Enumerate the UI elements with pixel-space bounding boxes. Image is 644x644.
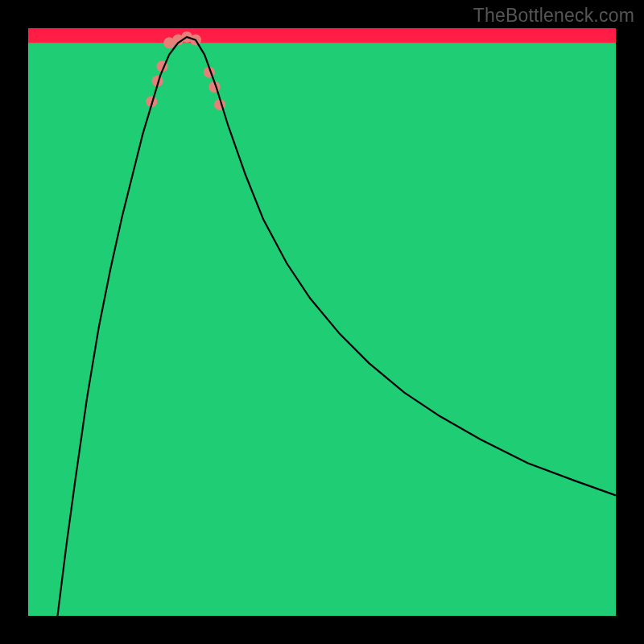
chart-svg	[28, 28, 616, 616]
watermark-text: TheBottleneck.com	[473, 5, 634, 27]
chart-frame: TheBottleneck.com	[0, 0, 644, 644]
green-band	[28, 43, 616, 616]
plot-area	[28, 28, 616, 616]
